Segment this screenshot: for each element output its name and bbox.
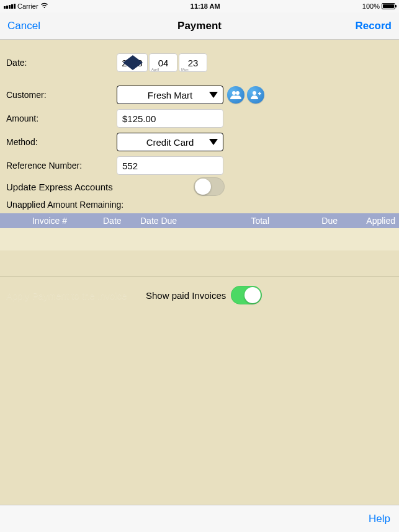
th-date: Date — [99, 216, 137, 226]
payment-form: Date: 2018 04 April 23 Mon — [0, 40, 399, 212]
svg-point-2 — [253, 91, 256, 95]
show-paid-toggle[interactable] — [231, 286, 262, 304]
date-day-name: Mon — [181, 68, 189, 71]
dropdown-caret-icon — [207, 133, 220, 151]
contacts-icon[interactable] — [227, 86, 244, 104]
th-date-due: Date Due — [137, 216, 199, 226]
th-invoice: Invoice # — [0, 216, 99, 226]
cancel-button[interactable]: Cancel — [7, 20, 40, 32]
date-month-value: 04 — [158, 58, 169, 68]
amount-label: Amount: — [5, 110, 117, 127]
unapplied-label: Unapplied Amount Remaining: — [5, 198, 394, 212]
amount-input[interactable] — [117, 109, 223, 128]
method-value: Credit Card — [146, 137, 194, 148]
dropdown-caret-icon — [207, 86, 220, 104]
wifi-icon — [40, 2, 48, 10]
date-day-segment[interactable]: 23 Mon — [179, 53, 207, 72]
method-select[interactable]: Credit Card — [117, 133, 223, 151]
status-bar: Carrier 11:18 AM 100% — [0, 0, 399, 12]
reference-input[interactable] — [117, 156, 223, 175]
carrier-label: Carrier — [17, 2, 38, 10]
date-year-value: 2018 — [122, 58, 142, 68]
date-month-segment[interactable]: 04 April — [149, 53, 177, 72]
signal-icon — [4, 4, 16, 9]
th-applied: Applied — [341, 216, 399, 226]
page-title: Payment — [57, 20, 342, 32]
battery-pct: 100% — [362, 2, 380, 10]
table-row[interactable] — [0, 250, 399, 273]
th-total: Total — [199, 216, 273, 226]
below-table-controls: Apply Payment to the Invoice Show paid I… — [0, 277, 399, 313]
bottom-bar: Help — [0, 505, 399, 532]
customer-value: Fresh Mart — [148, 90, 193, 100]
add-contact-icon[interactable] — [247, 86, 264, 104]
record-button[interactable]: Record — [355, 20, 392, 32]
nav-bar: Cancel Payment Record — [0, 12, 399, 40]
invoice-table: Invoice # Date Date Due Total Due Applie… — [0, 213, 399, 277]
table-row[interactable] — [0, 228, 399, 250]
th-due: Due — [273, 216, 341, 226]
customer-label: Customer: — [5, 86, 117, 104]
show-paid-label: Show paid Invoices — [146, 290, 226, 301]
date-label: Date: — [5, 54, 117, 71]
method-label: Method: — [5, 133, 117, 151]
svg-point-0 — [232, 91, 236, 95]
help-button[interactable]: Help — [369, 513, 390, 525]
apply-payment-link[interactable]: Apply Payment to the Invoice — [6, 290, 146, 301]
date-year-segment[interactable]: 2018 — [117, 53, 148, 72]
status-time: 11:18 AM — [48, 2, 362, 10]
date-picker[interactable]: 2018 04 April 23 Mon — [117, 53, 207, 72]
customer-select[interactable]: Fresh Mart — [117, 86, 223, 104]
battery-icon — [382, 3, 395, 9]
date-month-name: April — [151, 68, 159, 71]
reference-label: Reference Number: — [5, 157, 117, 174]
svg-rect-4 — [259, 92, 261, 95]
date-day-value: 23 — [188, 58, 199, 68]
express-toggle[interactable] — [194, 177, 225, 196]
table-header: Invoice # Date Date Due Total Due Applie… — [0, 213, 399, 228]
svg-point-1 — [236, 91, 240, 95]
express-label: Update Express Accounts — [5, 178, 194, 196]
